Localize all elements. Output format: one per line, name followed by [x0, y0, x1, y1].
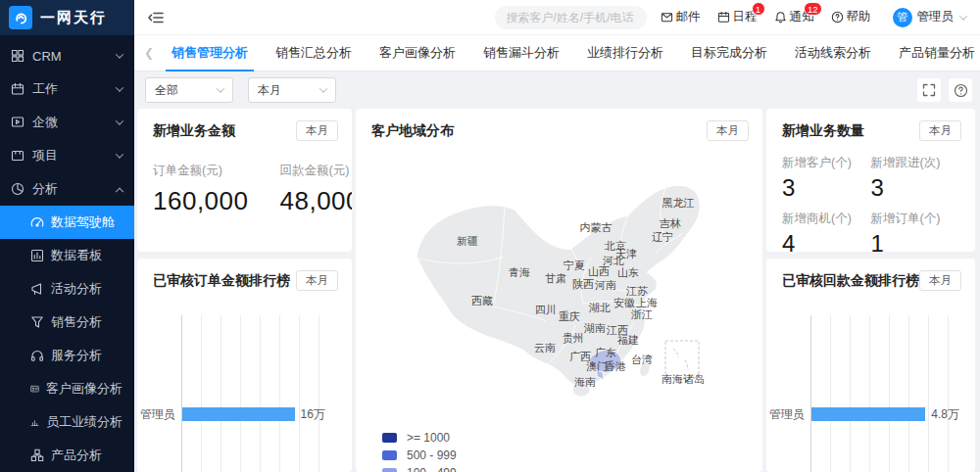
sidebar-item-work[interactable]: 工作 [0, 72, 134, 106]
menu-fold-icon[interactable] [148, 10, 164, 25]
notification-badge: 12 [804, 2, 822, 16]
user-name: 管理员 [917, 9, 955, 25]
chevron-up-icon [116, 188, 123, 196]
period-badge: 本月 [919, 120, 961, 141]
tab-product-sales[interactable]: 产品销量分析 [899, 35, 975, 71]
sidebar-item-label: 员工业绩分析 [46, 413, 122, 431]
province-label: 重庆 [559, 309, 580, 324]
brand-logo-icon [9, 6, 32, 29]
sidebar-item-customer-profile-analysis[interactable]: 客户画像分析 [0, 372, 134, 405]
card-title: 新增业务数量 [782, 122, 864, 140]
boxes-icon [30, 448, 44, 462]
chevron-down-icon [116, 83, 123, 91]
tab-scroll-left[interactable]: ❮ [140, 46, 158, 60]
tab-sales-summary[interactable]: 销售汇总分析 [275, 35, 352, 71]
sidebar-item-label: CRM [32, 49, 62, 64]
stat-label: 回款金额(元) [279, 163, 352, 179]
map-legend: >= 1000500 - 999100 - 499 [382, 429, 762, 472]
stat-value: 4 [782, 230, 871, 252]
period-badge: 本月 [919, 270, 961, 291]
stat: 新增商机(个)4 [782, 211, 871, 252]
province-label: 湖南 [584, 321, 606, 336]
scope-select[interactable]: 全部 [145, 77, 233, 103]
help-icon [831, 11, 844, 24]
period-select[interactable]: 本月 [248, 77, 336, 103]
bar-value-label: 16万 [301, 406, 325, 423]
sidebar-item-project[interactable]: 项目 [0, 139, 134, 172]
card-order-amount-ranking: 已审核订单金额排行榜 本月 管理员 16万 [137, 259, 352, 472]
province-label: 辽宁 [652, 230, 673, 245]
idcard-icon [30, 382, 39, 396]
province-label: 浙江 [631, 307, 653, 322]
legend-swatch [382, 450, 397, 460]
province-label: 广东 [595, 346, 616, 360]
stat-value: 1 [871, 230, 960, 252]
legend-row: 100 - 499 [382, 464, 762, 472]
legend-label: 100 - 499 [407, 466, 457, 472]
tab-sales-management[interactable]: 销售管理分析 [172, 35, 248, 71]
funnel-icon [30, 315, 44, 329]
stat-label: 订单金额(元) [153, 163, 248, 179]
legend-swatch [382, 433, 397, 443]
header-action-mail[interactable]: 邮件 [661, 9, 701, 25]
stat-value: 3 [871, 174, 960, 202]
card-new-business-amount: 新增业务金额 本月 订单金额(元)160,000回款金额(元)48,000 [137, 109, 352, 252]
province-label: 黑龙江 [662, 196, 695, 211]
sidebar-item-data-board[interactable]: 数据看板 [0, 239, 134, 272]
stat: 回款金额(元)48,000 [279, 163, 352, 216]
sidebar-item-service-analysis[interactable]: 服务分析 [0, 339, 134, 372]
province-label: 内蒙古 [580, 220, 612, 235]
stat-label: 新增跟进(次) [871, 155, 960, 171]
board-icon [30, 249, 44, 262]
sidebar-item-activity-analysis[interactable]: 活动分析 [0, 272, 134, 306]
header-action-help[interactable]: 帮助 [831, 9, 871, 25]
dashboard-grid: 新增业务金额 本月 订单金额(元)160,000回款金额(元)48,000 客户… [134, 109, 980, 472]
sidebar-item-product-analysis[interactable]: 产品分析 [0, 439, 134, 472]
notification-badge: 1 [752, 2, 765, 16]
bar-row: 管理员 16万 [182, 407, 336, 421]
chart-help-button[interactable] [949, 78, 972, 102]
payment-ranking-chart[interactable]: 管理员 4.8万 [810, 315, 959, 472]
bar-category-label: 管理员 [138, 407, 175, 421]
china-map[interactable]: 新疆青海西藏甘肃宁夏内蒙古黑龙江吉林辽宁北京天津河北山西山东陕西河南江苏安徽上海… [356, 143, 762, 417]
sidebar-item-wecom[interactable]: 企微 [0, 106, 134, 139]
stat-label: 新增客户(个) [782, 155, 871, 171]
sidebar-item-label: 活动分析 [51, 280, 102, 298]
bar[interactable] [182, 407, 295, 421]
legend-row: 500 - 999 [382, 447, 762, 464]
sidebar-item-sales-analysis[interactable]: 销售分析 [0, 306, 134, 339]
sidebar-item-analysis[interactable]: 分析 [0, 172, 134, 206]
sidebar-item-crm[interactable]: CRM [0, 39, 134, 72]
province-label: 四川 [535, 303, 557, 317]
period-badge: 本月 [707, 120, 749, 141]
grid-icon [11, 49, 24, 63]
sidebar-item-data-dashboard[interactable]: 数据驾驶舱 [0, 206, 134, 239]
calendar-icon [11, 82, 24, 96]
chevron-down-icon [116, 117, 123, 124]
brand-name: 一网天行 [40, 9, 107, 27]
user-menu[interactable]: 管 管理员 [893, 8, 967, 27]
tab-target-completion[interactable]: 目标完成分析 [691, 35, 767, 71]
province-label: 香港 [605, 359, 626, 374]
fullscreen-button[interactable] [917, 78, 941, 102]
order-ranking-chart[interactable]: 管理员 16万 [181, 315, 336, 472]
stat: 新增客户(个)3 [782, 155, 871, 202]
tab-sales-funnel[interactable]: 销售漏斗分析 [483, 35, 560, 71]
gauge-icon [30, 215, 44, 229]
header-action-notification[interactable]: 通知12 [774, 9, 814, 25]
logo[interactable]: 一网天行 [0, 0, 134, 35]
header-action-schedule[interactable]: 日程1 [717, 9, 758, 25]
sidebar-item-employee-performance-analysis[interactable]: 员工业绩分析 [0, 405, 134, 439]
tab-customer-profile[interactable]: 客户画像分析 [379, 35, 456, 71]
tab-activity-leads[interactable]: 活动线索分析 [795, 35, 871, 71]
search-input[interactable] [495, 6, 647, 29]
sidebar-item-label: 销售分析 [51, 313, 102, 331]
header-actions: 邮件日程1通知12帮助 [661, 9, 871, 25]
province-label: 新疆 [457, 234, 478, 249]
bar[interactable] [811, 407, 925, 421]
legend-label: 500 - 999 [407, 448, 457, 462]
card-title: 新增业务金额 [153, 122, 235, 140]
sidebar-item-label: 产品分析 [51, 447, 102, 464]
stat-value: 48,000 [279, 186, 352, 216]
tab-performance-ranking[interactable]: 业绩排行分析 [587, 35, 663, 71]
